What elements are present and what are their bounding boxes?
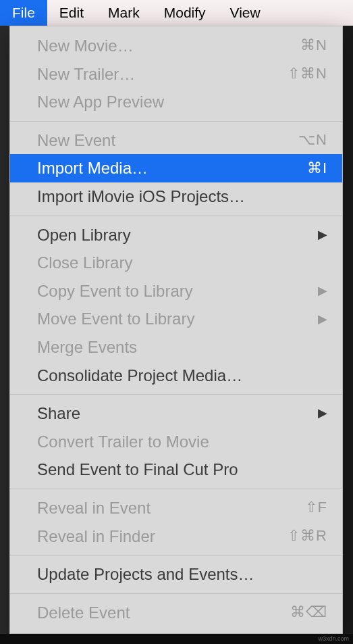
menubar-item-file[interactable]: File: [0, 0, 47, 26]
menu-item-label: Move Event to Library: [37, 307, 318, 330]
menu-item-label: Open Library: [37, 224, 318, 247]
menubar-item-mark[interactable]: Mark: [96, 0, 152, 26]
menu-item-new-event[interactable]: New Event ⌥N: [10, 126, 342, 155]
menu-item-merge-events[interactable]: Merge Events: [10, 333, 342, 362]
menu-item-consolidate-project-media[interactable]: Consolidate Project Media…: [10, 362, 342, 390]
menubar-item-view[interactable]: View: [218, 0, 273, 26]
menubar-item-modify[interactable]: Modify: [152, 0, 218, 26]
menubar-item-edit[interactable]: Edit: [47, 0, 96, 26]
menu-item-shortcut: ⇧⌘R: [288, 526, 327, 547]
menu-item-label: Merge Events: [37, 336, 327, 359]
menu-item-label: Share: [37, 402, 318, 425]
menubar-label: Modify: [164, 5, 206, 21]
menu-item-label: Reveal in Finder: [37, 525, 281, 548]
menubar-label: Mark: [108, 5, 140, 21]
menu-item-new-app-preview[interactable]: New App Preview: [10, 88, 342, 116]
menu-item-move-event-to-library[interactable]: Move Event to Library ▶: [10, 305, 342, 333]
menubar-label: Edit: [59, 5, 84, 21]
menu-item-update-projects-events[interactable]: Update Projects and Events…: [10, 560, 342, 589]
menu-item-new-trailer[interactable]: New Trailer… ⇧⌘N: [10, 60, 342, 89]
menu-item-shortcut: ⌘⌫: [290, 602, 327, 623]
menubar-label: File: [12, 5, 35, 21]
menu-item-shortcut: ⌘N: [300, 35, 327, 56]
submenu-arrow-icon: ▶: [318, 311, 327, 328]
menu-item-label: Close Library: [37, 251, 327, 274]
menu-separator: [10, 555, 342, 555]
menu-item-label: Send Event to Final Cut Pro: [37, 458, 327, 481]
file-menu-dropdown: New Movie… ⌘N New Trailer… ⇧⌘N New App P…: [9, 26, 343, 634]
menu-item-label: Convert Trailer to Movie: [37, 430, 327, 453]
watermark-strip: w3xdn.com: [0, 634, 353, 644]
menu-item-label: Import Media…: [37, 157, 300, 180]
menu-item-open-library[interactable]: Open Library ▶: [10, 221, 342, 249]
background-sidebar-sliver: [0, 26, 9, 634]
menu-separator: [10, 593, 342, 594]
menu-item-convert-trailer[interactable]: Convert Trailer to Movie: [10, 428, 342, 456]
menu-separator: [10, 394, 342, 395]
menu-item-label: Update Projects and Events…: [37, 563, 327, 586]
menu-item-label: Consolidate Project Media…: [37, 364, 327, 387]
menu-item-delete-event[interactable]: Delete Event ⌘⌫: [10, 599, 342, 627]
menu-item-reveal-in-event[interactable]: Reveal in Event ⇧F: [10, 494, 342, 522]
menu-item-shortcut: ⇧F: [305, 497, 327, 518]
menu-item-reveal-in-finder[interactable]: Reveal in Finder ⇧⌘R: [10, 522, 342, 551]
menu-item-shortcut: ⇧⌘N: [288, 64, 327, 84]
menu-separator: [10, 121, 342, 122]
menu-separator: [10, 216, 342, 216]
menu-item-shortcut: ⌘I: [307, 158, 327, 179]
menu-item-label: New App Preview: [37, 91, 327, 114]
menubar: File Edit Mark Modify View: [0, 0, 353, 26]
menu-item-import-media[interactable]: Import Media… ⌘I: [10, 154, 342, 182]
menu-item-copy-event-to-library[interactable]: Copy Event to Library ▶: [10, 277, 342, 305]
submenu-arrow-icon: ▶: [318, 405, 327, 422]
menu-item-shortcut: ⌥N: [298, 130, 327, 151]
menu-item-label: New Movie…: [37, 34, 294, 57]
menu-item-label: Copy Event to Library: [37, 280, 318, 303]
menu-item-label: Delete Event: [37, 601, 283, 624]
submenu-arrow-icon: ▶: [318, 226, 327, 243]
menu-separator: [10, 489, 342, 489]
submenu-arrow-icon: ▶: [318, 282, 327, 299]
menu-item-send-to-fcp[interactable]: Send Event to Final Cut Pro: [10, 455, 342, 484]
menu-item-share[interactable]: Share ▶: [10, 399, 342, 428]
menu-item-new-movie[interactable]: New Movie… ⌘N: [10, 32, 342, 60]
menu-item-label: New Event: [37, 129, 292, 152]
menu-item-label: Import iMovie iOS Projects…: [37, 185, 327, 208]
menu-item-import-imovie-ios[interactable]: Import iMovie iOS Projects…: [10, 182, 342, 211]
menu-item-label: New Trailer…: [37, 63, 281, 86]
menu-item-label: Reveal in Event: [37, 497, 298, 520]
menubar-label: View: [230, 5, 261, 21]
watermark-text: w3xdn.com: [318, 635, 349, 642]
menu-item-close-library[interactable]: Close Library: [10, 249, 342, 277]
